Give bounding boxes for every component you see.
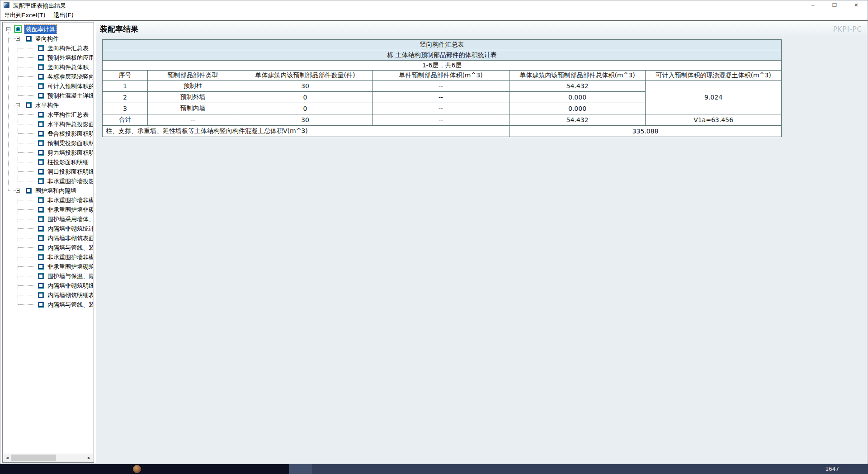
tree-checkbox[interactable] [38, 169, 44, 175]
menu-exit[interactable]: 退出(E) [54, 11, 74, 19]
tree-item[interactable]: 预制柱混凝土详细 [3, 91, 93, 100]
tree-checkbox[interactable] [38, 159, 44, 165]
tree-checkbox[interactable] [38, 93, 44, 99]
restore-button[interactable]: ❐ [830, 1, 839, 9]
tree-item[interactable]: 内隔墙砌筑明细表 [3, 290, 93, 300]
tree-item[interactable]: 竖向构件汇总表 [3, 43, 93, 53]
scroll-left-arrow-icon[interactable]: ◄ [3, 454, 11, 461]
brand-watermark: PKPI-PC [833, 25, 862, 33]
tree-item[interactable]: 内隔墙非砌筑统计 [3, 224, 93, 233]
tree-checkbox[interactable] [38, 178, 44, 184]
footer-value-cell: 335.088 [509, 126, 782, 137]
close-button[interactable]: ✕ [852, 1, 860, 9]
tree-item[interactable]: 非承重围护墙非砌 [3, 205, 93, 214]
tree-item-label: 内隔墙非砌筑统计 [47, 225, 93, 233]
tree-group-horizontal[interactable]: 水平构件 [3, 100, 93, 110]
tree-item-label: 内隔墙砌筑明细表 [47, 291, 93, 299]
tree-item[interactable]: 剪力墙投影面积明 [3, 148, 93, 157]
collapse-icon[interactable] [16, 37, 20, 41]
tree-checkbox[interactable] [38, 264, 44, 270]
tree-item[interactable]: 内隔墙非砌筑明细 [3, 281, 93, 290]
taskbar-segment [289, 464, 868, 474]
tree-checkbox[interactable] [38, 216, 44, 222]
tree-item[interactable]: 围护墙与保温、隔 [3, 271, 93, 281]
table-cell: -- [373, 81, 509, 92]
tree-checkbox[interactable] [26, 36, 32, 42]
tree-checkbox[interactable] [38, 302, 44, 308]
tree-item[interactable]: 内隔墙与管线、装 [3, 300, 93, 309]
tree-group-vertical[interactable]: 竖向构件 [3, 34, 93, 43]
tree-checkbox[interactable] [38, 197, 44, 203]
tree-checkbox[interactable] [38, 235, 44, 241]
tree-checkbox[interactable] [38, 121, 44, 127]
table-cell: 合计 [103, 114, 148, 126]
tree-item[interactable]: 内隔墙非砌筑表面 [3, 233, 93, 243]
menu-export-excel[interactable]: 导出到Excel(T) [4, 11, 46, 19]
horizontal-scrollbar[interactable]: ◄ ► [3, 454, 93, 462]
tree-item[interactable]: 水平构件总投影面 [3, 119, 93, 129]
tree-root-label: 装配率计算 [24, 25, 57, 34]
tree-checkbox[interactable] [38, 74, 44, 80]
tree-item[interactable]: 非承重围护墙砌筑 [3, 262, 93, 271]
tree-root-item[interactable]: 装配率计算 [3, 24, 93, 34]
collapse-icon[interactable] [6, 27, 10, 31]
tree-item[interactable]: 非承重围护墙非砌 [3, 195, 93, 205]
tree-checkbox[interactable] [38, 292, 44, 298]
tree-checkbox[interactable] [38, 55, 44, 61]
collapse-icon[interactable] [16, 189, 20, 193]
tree-item[interactable]: 预制梁投影面积明 [3, 138, 93, 148]
tree-checkbox[interactable] [38, 283, 44, 289]
tree-checkbox[interactable] [38, 140, 44, 146]
tree-checkbox[interactable] [26, 188, 32, 194]
tree-item[interactable]: 内隔墙与管线、装 [3, 243, 93, 252]
tree-item[interactable]: 水平构件汇总表 [3, 110, 93, 119]
vertical-component-summary-table: 竖向构件汇总表 栋 主体结构预制部品部件的体积统计表 1-6层，共6层 序号 预… [102, 39, 782, 137]
tree-item[interactable]: 竖向构件总体积 [3, 62, 93, 72]
table-cell: -- [373, 114, 509, 126]
tree-item-label: 洞口投影面积明细 [47, 168, 93, 176]
minimize-button[interactable]: ─ [809, 1, 817, 9]
tree-checkbox[interactable] [38, 64, 44, 70]
taskbar-app-icon[interactable] [133, 465, 141, 473]
tree-checkbox[interactable] [38, 245, 44, 251]
tree-checkbox[interactable] [38, 150, 44, 156]
tree-item[interactable]: 可计入预制体积的 [3, 81, 93, 91]
tree-group-label: 水平构件 [35, 101, 59, 109]
column-header: 单体建筑内该预制部品部件总体积(m^3) [509, 71, 646, 81]
column-header: 预制部品部件类型 [148, 71, 238, 81]
tree-checkbox[interactable] [38, 45, 44, 51]
tree-item-label: 各标准层现浇竖向 [47, 73, 93, 81]
tree-item-label: 叠合板投影面积明 [47, 130, 93, 138]
column-header: 可计入预制体积的现浇混凝土体积(m^3) [646, 71, 782, 81]
window-title: 装配率细表输出结果 [13, 2, 66, 10]
collapse-icon[interactable] [16, 103, 20, 107]
tree-checkbox[interactable] [38, 207, 44, 213]
scrollbar-thumb[interactable] [11, 455, 56, 461]
tree-checkbox[interactable] [38, 112, 44, 118]
tree-group-walls[interactable]: 围护墙和内隔墙 [3, 186, 93, 195]
taskbar-button[interactable] [290, 464, 312, 474]
tree-item[interactable]: 非承重围护墙非砌 [3, 252, 93, 262]
tree-checkbox[interactable] [38, 83, 44, 89]
tree-checkbox[interactable] [26, 102, 32, 108]
calc-doc-icon [14, 25, 22, 33]
titlebar[interactable]: 装配率细表输出结果 ─ ❐ ✕ [0, 0, 868, 10]
tree-checkbox[interactable] [38, 273, 44, 279]
tree-checkbox[interactable] [38, 226, 44, 232]
tree-item[interactable]: 柱投影面积明细 [3, 157, 93, 167]
tree-item-label: 竖向构件总体积 [47, 63, 89, 71]
table-title: 竖向构件汇总表 [103, 40, 782, 50]
results-panel: 装配率结果 PKPI-PC 竖向构件汇总表 栋 主体结构预制部品部件的体积统计表 [96, 21, 867, 463]
tree-item[interactable]: 叠合板投影面积明 [3, 129, 93, 138]
tree-item-label: 水平构件总投影面 [47, 120, 93, 128]
tree-item[interactable]: 非承重围护墙投影 [3, 176, 93, 186]
tree-item[interactable]: 洞口投影面积明细 [3, 167, 93, 176]
tree-checkbox[interactable] [38, 131, 44, 137]
scroll-right-arrow-icon[interactable]: ► [85, 454, 93, 461]
tree-checkbox[interactable] [38, 254, 44, 260]
tree-item[interactable]: 预制外墙板的应用 [3, 53, 93, 62]
table-row: 1 预制柱 30 -- 54.432 9.024 [103, 81, 782, 92]
tree-item[interactable]: 各标准层现浇竖向 [3, 72, 93, 81]
tree-item[interactable]: 围护墙采用墙体、 [3, 214, 93, 224]
tree-item-label: 柱投影面积明细 [47, 158, 89, 166]
